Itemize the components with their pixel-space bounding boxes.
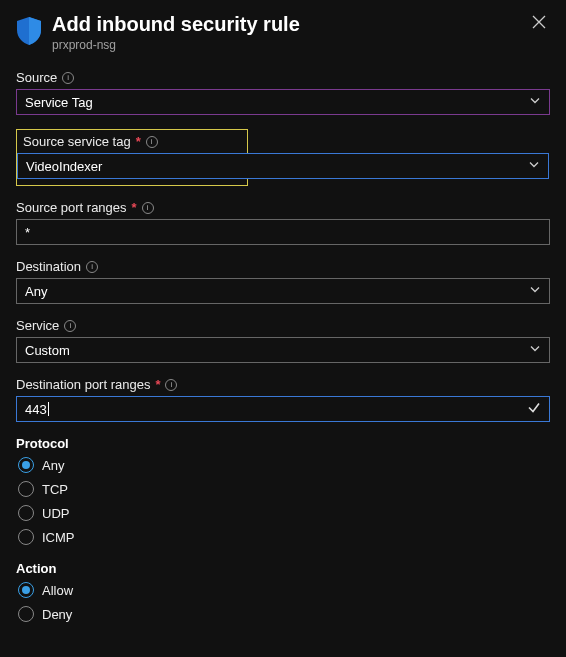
chevron-down-icon xyxy=(529,284,541,299)
source-select-value: Service Tag xyxy=(25,95,93,110)
panel-subtitle: prxprod-nsg xyxy=(52,38,518,52)
protocol-radio-tcp[interactable]: TCP xyxy=(18,481,550,497)
dest-port-ranges-input[interactable]: 443 xyxy=(16,396,550,422)
chevron-down-icon xyxy=(529,343,541,358)
required-marker: * xyxy=(155,377,160,392)
service-tag-value: VideoIndexer xyxy=(26,159,102,174)
destination-select[interactable]: Any xyxy=(16,278,550,304)
panel-header: Add inbound security rule prxprod-nsg xyxy=(16,12,550,52)
protocol-radio-udp[interactable]: UDP xyxy=(18,505,550,521)
source-select[interactable]: Service Tag xyxy=(16,89,550,115)
radio-circle-icon xyxy=(18,481,34,497)
check-icon xyxy=(527,401,541,418)
info-icon[interactable]: i xyxy=(86,261,98,273)
field-destination: Destination i Any xyxy=(16,259,550,304)
info-icon[interactable]: i xyxy=(64,320,76,332)
required-marker: * xyxy=(132,200,137,215)
info-icon[interactable]: i xyxy=(146,136,158,148)
action-radio-deny[interactable]: Deny xyxy=(18,606,550,622)
field-service: Service i Custom xyxy=(16,318,550,363)
service-tag-select[interactable]: VideoIndexer xyxy=(17,153,549,179)
add-inbound-rule-panel: Add inbound security rule prxprod-nsg So… xyxy=(0,0,566,654)
action-radio-allow[interactable]: Allow xyxy=(18,582,550,598)
radio-label: TCP xyxy=(42,482,68,497)
label-protocol: Protocol xyxy=(16,436,550,451)
protocol-radio-icmp[interactable]: ICMP xyxy=(18,529,550,545)
label-source: Source xyxy=(16,70,57,85)
highlight-box: Source service tag * i VideoIndexer xyxy=(16,129,248,186)
label-action: Action xyxy=(16,561,550,576)
panel-title: Add inbound security rule xyxy=(52,12,518,36)
radio-circle-icon xyxy=(18,582,34,598)
label-destination: Destination xyxy=(16,259,81,274)
radio-label: Allow xyxy=(42,583,73,598)
protocol-radio-group: AnyTCPUDPICMP xyxy=(16,457,550,545)
shield-icon xyxy=(16,16,42,49)
close-icon[interactable] xyxy=(528,12,550,34)
source-port-ranges-input[interactable]: * xyxy=(16,219,550,245)
radio-circle-icon xyxy=(18,505,34,521)
radio-label: UDP xyxy=(42,506,69,521)
service-select[interactable]: Custom xyxy=(16,337,550,363)
label-dest-port-ranges: Destination port ranges xyxy=(16,377,150,392)
field-source-port-ranges: Source port ranges * i * xyxy=(16,200,550,245)
label-service-tag: Source service tag xyxy=(23,134,131,149)
label-source-port-ranges: Source port ranges xyxy=(16,200,127,215)
field-service-tag: Source service tag * i VideoIndexer xyxy=(16,129,550,186)
section-protocol: Protocol AnyTCPUDPICMP xyxy=(16,436,550,545)
service-value: Custom xyxy=(25,343,70,358)
info-icon[interactable]: i xyxy=(62,72,74,84)
section-action: Action AllowDeny xyxy=(16,561,550,622)
radio-circle-icon xyxy=(18,529,34,545)
radio-label: ICMP xyxy=(42,530,75,545)
field-source: Source i Service Tag xyxy=(16,70,550,115)
destination-value: Any xyxy=(25,284,47,299)
radio-circle-icon xyxy=(18,457,34,473)
chevron-down-icon xyxy=(529,95,541,110)
required-marker: * xyxy=(136,134,141,149)
label-service: Service xyxy=(16,318,59,333)
radio-label: Deny xyxy=(42,607,72,622)
radio-circle-icon xyxy=(18,606,34,622)
action-radio-group: AllowDeny xyxy=(16,582,550,622)
source-port-ranges-value: * xyxy=(25,225,30,240)
protocol-radio-any[interactable]: Any xyxy=(18,457,550,473)
text-caret xyxy=(48,402,49,416)
chevron-down-icon xyxy=(528,159,540,174)
radio-label: Any xyxy=(42,458,64,473)
info-icon[interactable]: i xyxy=(142,202,154,214)
dest-port-ranges-value: 443 xyxy=(25,402,47,417)
field-dest-port-ranges: Destination port ranges * i 443 xyxy=(16,377,550,422)
info-icon[interactable]: i xyxy=(165,379,177,391)
